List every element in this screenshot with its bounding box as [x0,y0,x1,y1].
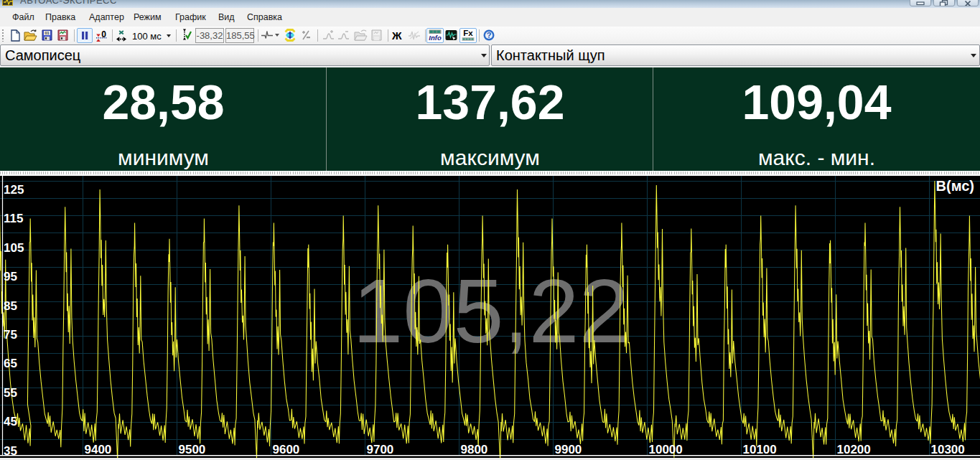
svg-text:В(мс): В(мс) [936,178,974,194]
svg-text:75: 75 [4,328,17,342]
svg-text:9900: 9900 [555,443,582,456]
svg-text:Info: Info [429,34,442,42]
svg-text:55: 55 [4,386,17,400]
svg-text:10200: 10200 [837,443,871,456]
svg-text:Fx: Fx [463,29,473,37]
svg-text:125: 125 [4,183,24,197]
svg-text:9600: 9600 [273,443,300,456]
svg-text:10300: 10300 [931,443,965,456]
svg-text:95: 95 [4,270,17,283]
svg-text:10000: 10000 [649,443,683,456]
svg-text:9400: 9400 [85,443,112,456]
svg-text:35: 35 [4,444,17,458]
svg-text:01: 01 [45,31,49,35]
svg-text:9700: 9700 [367,443,394,456]
svg-text:9800: 9800 [461,443,488,456]
svg-text:105: 105 [4,241,24,255]
svg-text:?: ? [487,31,492,39]
svg-text:115: 115 [4,212,23,225]
svg-text:85: 85 [4,299,17,313]
svg-text:9500: 9500 [179,443,206,456]
svg-text:45: 45 [4,415,17,428]
svg-text:10100: 10100 [743,443,777,456]
svg-text:65: 65 [4,357,17,370]
